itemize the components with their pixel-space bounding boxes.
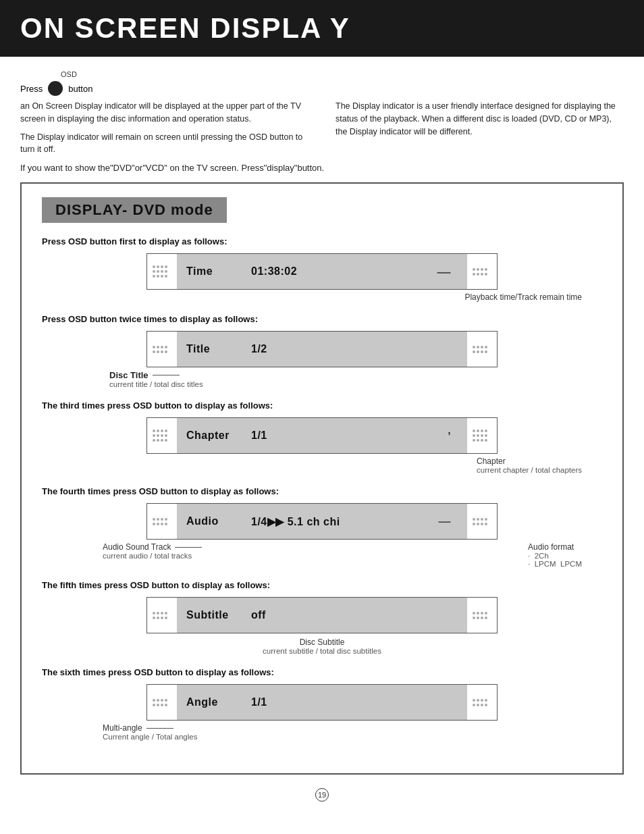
title-display-screen: Title 1/2 xyxy=(146,331,498,367)
title-value: 1/2 xyxy=(251,343,267,355)
time-instruction: Press OSD button first to display as fol… xyxy=(42,236,602,246)
page-number-text: 19 xyxy=(318,791,326,799)
osd-section-title: Press OSD button twice times to display … xyxy=(42,314,602,388)
display-dvd-box: DISPLAY- DVD mode Press OSD button first… xyxy=(20,182,624,775)
page-number-circle: 19 xyxy=(315,788,329,802)
subtitle-instruction: The fifth times press OSD button to disp… xyxy=(42,580,602,590)
time-screen-center: Time 01:38:02 — xyxy=(177,254,467,289)
chapter-label: Chapter xyxy=(186,429,240,442)
audio-track-dash xyxy=(175,547,202,548)
audio-annotations: Audio Sound Track current audio / total … xyxy=(103,542,582,568)
osd-section-chapter: The third times press OSD button to disp… xyxy=(42,400,602,474)
chapter-value: 1/1 xyxy=(251,429,267,442)
intro-left-para1: an On Screen Display indicator will be d… xyxy=(20,100,308,126)
angle-sub-label: Current angle / Total angles xyxy=(103,733,602,741)
intro-columns: an On Screen Display indicator will be d… xyxy=(20,100,624,156)
angle-annotation: Multi-angle Current angle / Total angles xyxy=(103,723,602,741)
audio-screen-center: Audio 1/4▶▶ 5.1 ch chi — xyxy=(177,504,467,539)
screen-right-dots-subtitle xyxy=(467,608,497,623)
osd-section-angle: The sixth times press OSD button to disp… xyxy=(42,667,602,741)
subtitle-screen-center: Subtitle off xyxy=(177,598,467,633)
chapter-paren-icon: ’ xyxy=(448,430,451,441)
audio-format-block: Audio format · 2Ch · LPCM LPCM xyxy=(528,542,582,568)
audio-track-text: Audio Sound Track xyxy=(103,542,171,552)
osd-section-time: Press OSD button first to display as fol… xyxy=(42,236,602,302)
angle-screen-center: Angle 1/1 xyxy=(177,685,467,720)
osd-section-audio: The fourth times press OSD button to dis… xyxy=(42,486,602,568)
audio-format-label: Audio format xyxy=(528,542,582,552)
chapter-annotation: Chapter current chapter / total chapters xyxy=(42,457,582,474)
page-number-area: 19 xyxy=(20,788,624,802)
chapter-annotation-sub: current chapter / total chapters xyxy=(477,466,582,474)
osd-section-subtitle: The fifth times press OSD button to disp… xyxy=(42,580,602,655)
multi-angle-text: Multi-angle xyxy=(103,723,142,733)
display-dvd-header: DISPLAY- DVD mode xyxy=(42,197,227,223)
audio-instruction: The fourth times press OSD button to dis… xyxy=(42,486,602,496)
subtitle-annotation: Disc Subtitle current subtitle / total d… xyxy=(42,637,602,655)
page-header: ON SCREEN DISPLA Y xyxy=(0,0,644,57)
screen-left-dots-time xyxy=(147,261,177,282)
time-annotation: Playback time/Track remain time xyxy=(42,292,582,302)
intro-left-para2: The Display indicator will remain on scr… xyxy=(20,131,308,157)
chapter-annotation-main: Chapter xyxy=(477,457,582,466)
angle-value: 1/1 xyxy=(251,696,267,708)
disc-title-dash xyxy=(153,375,180,375)
audio-label: Audio xyxy=(186,515,240,527)
screen-left-dots-subtitle xyxy=(147,608,177,623)
time-label: Time xyxy=(186,265,240,278)
page-title: ON SCREEN DISPLA Y xyxy=(20,12,624,45)
screen-right-dots-audio xyxy=(467,514,497,529)
chapter-display-screen: Chapter 1/1 ’ xyxy=(146,417,498,454)
audio-format-values: · 2Ch · LPCM LPCM xyxy=(528,552,582,568)
screen-left-dots-audio xyxy=(147,514,177,529)
multi-angle-dash xyxy=(146,728,173,729)
screen-right-dots-title xyxy=(467,342,497,357)
press-row: Press button xyxy=(20,81,624,96)
audio-sound-track-label: Audio Sound Track xyxy=(103,542,202,552)
angle-main-label: Multi-angle xyxy=(103,723,602,733)
subtitle-display-screen: Subtitle off xyxy=(146,597,498,633)
title-instruction: Press OSD button twice times to display … xyxy=(42,314,602,324)
screen-right-dots-angle xyxy=(467,695,497,710)
subtitle-annotation-main: Disc Subtitle xyxy=(263,637,381,647)
intro-right-para1: The Display indicator is a user friendly… xyxy=(336,100,624,138)
subtitle-value: off xyxy=(251,609,266,621)
chapter-screen-center: Chapter 1/1 ’ xyxy=(177,418,467,453)
audio-track-sub: current audio / total tracks xyxy=(103,552,202,560)
audio-dash-icon: — xyxy=(439,515,452,529)
intro-left: an On Screen Display indicator will be d… xyxy=(20,100,308,156)
subtitle-label: Subtitle xyxy=(186,609,240,621)
screen-left-dots-chapter xyxy=(147,425,177,446)
subtitle-annotation-sub: current subtitle / total disc subtitles xyxy=(263,647,381,655)
disc-title-sub: current title / total disc titles xyxy=(109,380,602,388)
angle-instruction: The sixth times press OSD button to disp… xyxy=(42,667,602,677)
title-screen-center: Title 1/2 xyxy=(177,332,467,367)
osd-button-icon xyxy=(48,81,63,96)
disc-title-label: Disc Title xyxy=(109,370,149,380)
time-annotation-text: Playback time/Track remain time xyxy=(464,292,582,302)
osd-label: OSD xyxy=(61,70,624,78)
angle-display-screen: Angle 1/1 xyxy=(146,684,498,721)
time-arrow-icon: — xyxy=(437,264,452,280)
intro-right: The Display indicator is a user friendly… xyxy=(336,100,624,156)
screen-right-dots-time xyxy=(467,264,497,280)
title-annotation: Disc Title xyxy=(109,370,602,380)
time-display-screen: Time 01:38:02 — xyxy=(146,253,498,290)
angle-label: Angle xyxy=(186,696,240,708)
screen-right-dots-chapter xyxy=(467,425,497,446)
title-label: Title xyxy=(186,343,240,355)
screen-left-dots-title xyxy=(147,342,177,357)
button-text: button xyxy=(68,84,92,94)
time-value: 01:38:02 xyxy=(251,265,297,278)
audio-value: 1/4▶▶ 5.1 ch chi xyxy=(251,515,340,528)
if-you-want: If you want to show the"DVD"or"VCD" on t… xyxy=(20,163,624,173)
screen-left-dots-angle xyxy=(147,695,177,710)
audio-display-screen: Audio 1/4▶▶ 5.1 ch chi — xyxy=(146,503,498,540)
press-text: Press xyxy=(20,84,43,94)
chapter-instruction: The third times press OSD button to disp… xyxy=(42,400,602,411)
